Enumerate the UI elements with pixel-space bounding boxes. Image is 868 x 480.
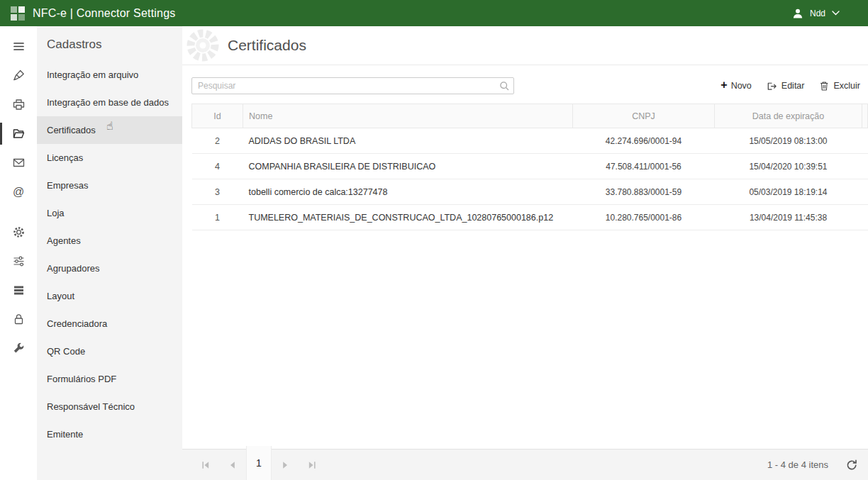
sidebar-item-empresas[interactable]: Empresas (37, 172, 182, 199)
sidebar-item-credenciadora[interactable]: Credenciadora (37, 310, 182, 337)
topbar: NFC-e | Connector Settings Ndd (0, 0, 868, 26)
rail-item-at[interactable]: @ (0, 177, 37, 206)
sidebar-item-loja[interactable]: Loja (37, 199, 182, 227)
sidebar-item-integracao-em-arquivo[interactable]: Integração em arquivo (37, 61, 182, 89)
cell-spacer (862, 154, 868, 179)
edit-button-label: Editar (781, 81, 805, 91)
rail-item-gear[interactable] (0, 218, 37, 247)
rail-item-menu[interactable] (0, 32, 37, 61)
rail-item-printer[interactable] (0, 90, 37, 119)
icon-rail: @ (0, 26, 37, 480)
sidebar-item-licencas[interactable]: Licenças (37, 144, 182, 172)
prev-page-icon (226, 459, 239, 471)
mail-icon (12, 156, 26, 169)
folder-icon (12, 127, 26, 140)
sidebar-item-agentes[interactable]: Agentes (37, 227, 182, 255)
table-row[interactable]: 1TUMELERO_MATERIAIS_DE_CONSTRUCAO_LTDA_1… (192, 205, 868, 230)
main-panel: Certificados + Novo Editar (182, 26, 868, 480)
sidebar-title: Cadastros (37, 26, 182, 61)
table-row[interactable]: 4COMPANHIA BRASILEIRA DE DISTRIBUICAO47.… (192, 154, 868, 179)
new-button-label: Novo (731, 81, 752, 91)
cell-nome: TUMELERO_MATERIAIS_DE_CONSTRUCAO_LTDA_10… (243, 205, 573, 230)
user-icon (792, 8, 803, 19)
cell-cnpj: 33.780.883/0001-59 (573, 179, 715, 205)
edit-button[interactable]: Editar (766, 80, 805, 92)
rail-divider (0, 206, 37, 218)
trash-icon (818, 80, 830, 91)
cell-spacer (862, 205, 868, 230)
edit-icon (766, 80, 778, 92)
rail-item-mail[interactable] (0, 148, 37, 177)
col-header-data[interactable]: Data de expiração (715, 104, 862, 128)
rail-item-wrench[interactable] (0, 334, 37, 363)
cell-cnpj: 10.280.765/0001-86 (573, 205, 715, 230)
col-header-nome[interactable]: Nome (243, 104, 573, 128)
col-header-cnpj[interactable]: CNPJ (573, 104, 715, 128)
chevron-down-icon (832, 11, 840, 16)
pager: 1 1 - 4 de 4 itens (182, 449, 868, 480)
sidebar-menu: Integração em arquivoIntegração em base … (37, 61, 182, 448)
app-title: NFC-e | Connector Settings (33, 7, 175, 20)
cell-data: 15/04/2020 10:39:51 (715, 154, 862, 179)
rail-item-folder[interactable] (0, 119, 37, 148)
user-menu[interactable]: Ndd (792, 8, 840, 19)
search-icon[interactable] (499, 80, 511, 92)
cell-spacer (862, 128, 868, 154)
search-box (191, 77, 514, 94)
cell-cnpj: 42.274.696/0001-94 (573, 128, 715, 154)
cell-id: 3 (192, 179, 243, 205)
sidebar-item-formularios-pdf[interactable]: Formulários PDF (37, 365, 182, 393)
sidebar-item-emitente[interactable]: Emitente (37, 420, 182, 448)
rail-item-sliders[interactable] (0, 247, 37, 276)
cell-cnpj: 47.508.411/0001-56 (573, 154, 715, 179)
rail-item-brush[interactable] (0, 61, 37, 90)
last-page-icon (306, 459, 318, 471)
cell-nome: COMPANHIA BRASILEIRA DE DISTRIBUICAO (243, 154, 573, 179)
last-page-button[interactable] (299, 450, 326, 480)
cell-data: 05/03/2019 18:19:14 (715, 179, 862, 205)
first-page-button[interactable] (192, 450, 219, 480)
new-button[interactable]: + Novo (720, 81, 752, 91)
app-logo-icon (11, 6, 25, 21)
sidebar-item-qr-code[interactable]: QR Code (37, 337, 182, 365)
rail-item-queue[interactable] (0, 276, 37, 305)
sidebar-item-layout[interactable]: Layout (37, 282, 182, 310)
next-page-icon (279, 459, 291, 471)
brush-icon (12, 69, 26, 82)
sidebar: Cadastros Integração em arquivoIntegraçã… (37, 26, 182, 480)
col-header-id[interactable]: Id (192, 104, 243, 128)
cell-id: 2 (192, 128, 243, 154)
cell-spacer (862, 179, 868, 205)
delete-button[interactable]: Excluir (818, 80, 860, 91)
table-row[interactable]: 3tobelli comercio de calca:1327747833.78… (192, 179, 868, 205)
current-page[interactable]: 1 (246, 446, 272, 480)
cell-id: 1 (192, 205, 243, 230)
page-title: Certificados (228, 37, 306, 54)
table-row[interactable]: 2ADIDAS DO BRASIL LTDA42.274.696/0001-94… (192, 128, 868, 154)
page-header: Certificados (182, 26, 868, 65)
cell-data: 15/05/2019 08:13:00 (715, 128, 862, 154)
sidebar-item-agrupadores[interactable]: Agrupadores (37, 255, 182, 282)
user-name: Ndd (810, 9, 825, 18)
certificate-gear-icon (184, 26, 222, 65)
delete-button-label: Excluir (833, 81, 860, 91)
content-area: + Novo Editar Excluir (182, 65, 868, 480)
sliders-icon (12, 255, 26, 268)
refresh-button[interactable] (845, 459, 858, 471)
table-header-row: Id Nome CNPJ Data de expiração (192, 104, 868, 128)
certificates-table-body: 2ADIDAS DO BRASIL LTDA42.274.696/0001-94… (192, 128, 868, 230)
sidebar-item-responsavel-tecnico[interactable]: Responsável Técnico (37, 393, 182, 420)
cell-data: 13/04/2019 11:45:38 (715, 205, 862, 230)
rail-item-lock[interactable] (0, 305, 37, 334)
plus-icon: + (720, 79, 727, 91)
sidebar-item-certificados[interactable]: Certificados (37, 116, 182, 144)
certificates-table: Id Nome CNPJ Data de expiração 2ADIDAS D… (191, 104, 868, 230)
gear-icon (12, 225, 26, 239)
lock-icon (12, 313, 26, 326)
sidebar-item-integracao-em-base-de-dados[interactable]: Integração em base de dados (37, 89, 182, 116)
cell-id: 4 (192, 154, 243, 179)
printer-icon (12, 98, 26, 111)
search-input[interactable] (191, 77, 514, 94)
next-page-button[interactable] (272, 450, 299, 480)
prev-page-button[interactable] (219, 450, 246, 480)
